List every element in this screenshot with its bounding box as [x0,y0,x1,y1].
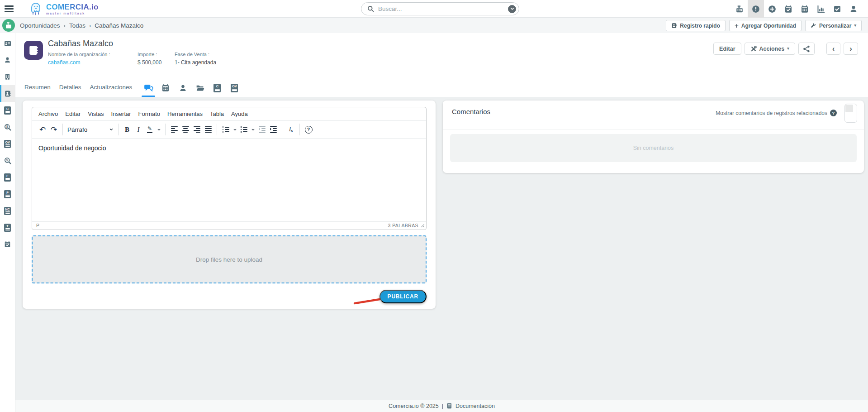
app-logo[interactable]: COMERCIA.io master multitask [29,2,99,16]
menu-editar[interactable]: Editar [62,109,84,119]
share-button[interactable] [798,43,815,55]
editor-menubar: Archivo Editar Vistas Insertar Formato H… [32,107,426,121]
sidebar-item-opportunities-active[interactable] [0,85,15,102]
pos-register-icon[interactable] [731,0,748,18]
footer-doc-link[interactable]: Documentación [455,403,495,409]
reports-icon[interactable] [813,0,829,18]
tab-actualizaciones[interactable]: Actualizaciones [90,79,133,91]
align-justify-button[interactable] [203,124,213,135]
bullet-list-button[interactable] [221,124,231,135]
tab-doc-c-icon[interactable]: C [209,79,225,97]
add-new-icon[interactable] [764,0,780,18]
alerts-icon[interactable] [748,0,764,18]
quick-record-button[interactable]: Registro rapido [666,20,726,31]
menu-formato[interactable]: Formato [135,109,164,119]
align-left-button[interactable] [169,124,179,135]
editor-content-area[interactable]: Oportunidad de negocio [32,139,426,221]
align-right-button[interactable] [192,124,202,135]
menu-tabla[interactable]: Tabla [206,109,228,119]
record-tabs: Resumen Detalles Actualizaciones C OV [24,79,244,97]
sidebar-item-doc-t[interactable]: T [0,219,15,236]
sidebar-item-search-dollar[interactable] [0,119,15,135]
record-avatar [24,41,43,60]
menu-vistas[interactable]: Vistas [84,109,107,119]
redo-button[interactable]: ↷ [49,124,59,135]
indent-button[interactable] [268,124,278,135]
edit-button[interactable]: Editar [713,43,741,55]
module-icon[interactable] [2,19,15,32]
approvals-icon[interactable] [829,0,845,18]
tab-detalles[interactable]: Detalles [59,79,81,91]
record-actions: Editar Acciones ▾ ‹ › [713,43,858,55]
sidebar-item-organizations[interactable] [0,68,15,85]
actions-dropdown-button[interactable]: Acciones ▾ [745,43,795,55]
sidebar-item-doc-f[interactable]: F [0,169,15,186]
sidebar-item-contacts-person[interactable] [0,52,15,68]
tab-calendar-icon[interactable] [158,79,173,97]
italic-button[interactable]: I [133,124,143,135]
comments-panel: Comentarios Mostrar comentarios de regis… [443,101,864,173]
element-path[interactable]: P [36,223,39,228]
text-color-button[interactable]: ✎ [145,124,155,135]
sidebar-item-idcard[interactable] [0,35,15,52]
help-button[interactable]: ? [304,124,313,135]
help-question-icon[interactable]: ? [830,110,837,116]
resize-handle-icon[interactable] [421,224,425,228]
clear-formatting-button[interactable]: Ix [286,124,296,135]
breadcrumb-item-oportunidades[interactable]: Oportunidades [20,22,60,29]
calendar-icon[interactable] [797,0,813,18]
personalize-button[interactable]: Personalizar ▾ [805,20,862,31]
menu-ayuda[interactable]: Ayuda [228,109,251,119]
global-search[interactable] [361,2,519,15]
breadcrumb-item-todas[interactable]: Todas [69,22,85,29]
logo-title: COMERCIA.io [46,3,99,11]
numbered-list-caret[interactable] [250,124,256,135]
tab-doc-ov-icon[interactable]: OV [227,79,242,97]
bullet-list-caret[interactable] [232,124,237,135]
chevron-right-icon: › [849,44,852,53]
sidebar-item-search-dollar-2[interactable] [0,152,15,169]
footer-separator: | [442,403,443,409]
tools-icon [750,46,757,52]
align-center-button[interactable] [180,124,190,135]
menu-herramientas[interactable]: Herramientas [164,109,206,119]
paragraph-format-select[interactable]: Párrafo [66,124,114,135]
search-icon [367,5,374,12]
bold-button[interactable]: B [122,124,132,135]
sidebar-item-doc-ov[interactable]: OV [0,135,15,152]
file-dropzone[interactable]: Drop files here to upload [32,235,427,283]
sidebar-item-doc-nc[interactable]: NC [0,202,15,219]
org-link[interactable]: cabañas.com [48,59,124,66]
add-opportunity-button[interactable]: + Agregar Oportunidad [729,20,802,31]
tab-updates-chat-icon[interactable] [141,79,156,97]
pen-icon: ✎ [147,126,152,131]
sidebar-item-agenda[interactable] [0,236,15,253]
related-comments-toggle[interactable] [844,104,857,123]
chevron-down-icon [109,127,114,132]
text-color-caret[interactable] [156,124,161,135]
search-input[interactable] [378,5,504,12]
tab-resumen[interactable]: Resumen [24,79,51,91]
tab-contacts-icon[interactable] [175,79,190,97]
next-record-button[interactable]: › [844,43,858,55]
editor-statusbar: P 3 PALABRAS [32,221,426,229]
tasks-calendar-icon[interactable] [780,0,797,18]
footer: Comercia.io ® 2025 | Documentación [15,400,868,412]
hamburger-menu-icon[interactable] [5,5,14,12]
tab-files-folder-icon[interactable] [192,79,208,97]
menu-insertar[interactable]: Insertar [108,109,135,119]
user-profile-icon[interactable] [845,0,862,18]
sidebar-item-doc-p[interactable]: P [0,186,15,202]
amount-value: $ 500,000 [138,59,161,66]
numbered-list-button[interactable] [239,124,249,135]
editor-toolbar: ↶ ↷ Párrafo B I ✎ [32,121,426,139]
previous-record-button[interactable]: ‹ [826,43,841,55]
search-scope-chevron-icon[interactable] [508,5,516,13]
breadcrumb-actions: Registro rapido + Agregar Oportunidad Pe… [666,20,862,31]
publish-button[interactable]: PUBLICAR [379,290,427,303]
menu-archivo[interactable]: Archivo [35,109,62,119]
outdent-button[interactable] [257,124,267,135]
undo-button[interactable]: ↶ [38,124,47,135]
sidebar-item-doc-c[interactable]: C [0,102,15,119]
toggle-knob [845,105,853,112]
